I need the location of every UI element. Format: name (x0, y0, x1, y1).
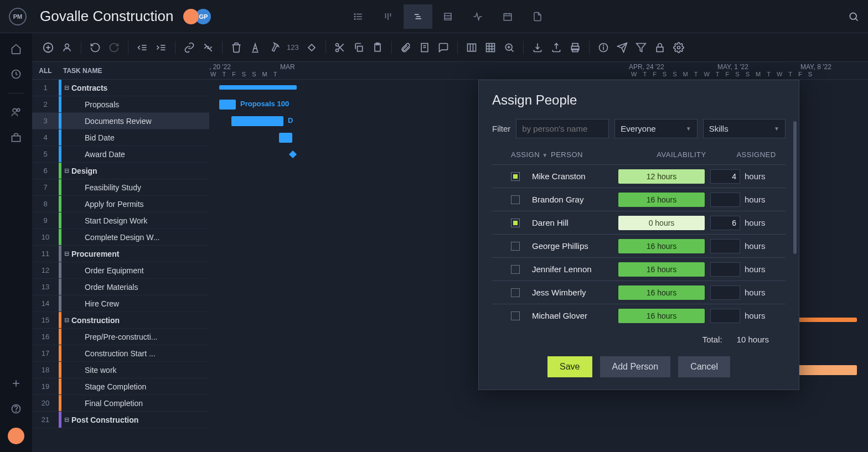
task-row[interactable]: 14 Hire Crew (32, 295, 209, 312)
task-row[interactable]: 20 Final Completion (32, 395, 209, 412)
task-row[interactable]: 12 Order Equipment (32, 262, 209, 279)
view-calendar-icon[interactable] (493, 4, 522, 29)
import-icon[interactable] (529, 39, 546, 56)
assign-person-icon[interactable] (59, 39, 75, 56)
col-availability[interactable]: AVAILABILITY (637, 150, 726, 159)
task-row[interactable]: 9 Start Design Work (32, 212, 209, 229)
task-row[interactable]: 15 ⊟ Construction (32, 312, 209, 329)
columns-icon[interactable] (463, 39, 480, 56)
info-icon[interactable] (595, 39, 612, 56)
clear-format-icon[interactable] (266, 39, 282, 56)
view-files-icon[interactable] (523, 4, 552, 29)
add-task-icon[interactable] (40, 39, 56, 56)
text-color-icon[interactable] (247, 39, 264, 56)
search-icon[interactable] (848, 11, 859, 22)
col-person[interactable]: PERSON (551, 150, 637, 159)
task-row[interactable]: 21 ⊟ Post Construction (32, 412, 209, 428)
assign-checkbox[interactable] (511, 265, 520, 274)
save-button[interactable]: Save (547, 356, 592, 377)
gantt-bar-bid[interactable] (279, 133, 292, 143)
hours-input[interactable] (710, 193, 740, 207)
note-icon[interactable] (416, 39, 433, 56)
modal-scrollbar[interactable] (793, 121, 797, 298)
comment-icon[interactable] (435, 39, 452, 56)
filter-skills-select[interactable]: Skills▼ (703, 119, 786, 138)
outdent-icon[interactable] (134, 39, 151, 56)
expand-toggle[interactable]: ⊟ (61, 84, 71, 91)
grid-icon[interactable] (482, 39, 499, 56)
assign-checkbox[interactable] (511, 219, 520, 227)
avatar-user-1[interactable] (183, 9, 199, 24)
hours-input[interactable] (710, 216, 740, 230)
assign-checkbox[interactable] (511, 242, 520, 251)
assign-checkbox[interactable] (511, 195, 520, 204)
number-format-label[interactable]: 123 (285, 43, 301, 51)
expand-toggle[interactable]: ⊟ (61, 316, 71, 324)
undo-icon[interactable] (87, 39, 104, 56)
export-icon[interactable] (548, 39, 565, 56)
task-row[interactable]: 19 Stage Completion (32, 378, 209, 395)
view-activity-icon[interactable] (463, 4, 492, 29)
delete-icon[interactable] (228, 39, 245, 56)
view-list-icon[interactable] (344, 4, 373, 29)
view-board-icon[interactable] (374, 4, 402, 29)
assign-checkbox[interactable] (511, 311, 520, 320)
home-icon[interactable] (9, 42, 23, 55)
column-task-name[interactable]: TASK NAME (59, 67, 102, 75)
app-logo[interactable]: PM (9, 8, 27, 25)
unlink-icon[interactable] (200, 39, 216, 56)
paste-icon[interactable] (369, 39, 386, 56)
clock-icon[interactable] (9, 67, 23, 81)
send-icon[interactable] (614, 39, 631, 56)
help-icon[interactable] (9, 402, 23, 415)
expand-toggle[interactable]: ⊟ (61, 416, 71, 423)
attach-icon[interactable] (397, 39, 414, 56)
indent-icon[interactable] (153, 39, 169, 56)
briefcase-icon[interactable] (9, 131, 23, 144)
gantt-bar-proposals[interactable] (219, 100, 236, 110)
add-icon[interactable] (9, 377, 23, 390)
cut-icon[interactable] (332, 39, 348, 56)
task-row[interactable]: 13 Order Materials (32, 279, 209, 295)
milestone-icon[interactable] (303, 39, 320, 56)
hours-input[interactable] (710, 285, 740, 300)
column-all[interactable]: ALL (32, 67, 59, 75)
milestone-marker-icon[interactable] (288, 149, 298, 159)
view-gantt-icon[interactable] (404, 4, 432, 29)
task-row[interactable]: 2 Proposals (32, 96, 209, 113)
task-row[interactable]: 5 Award Date (32, 146, 209, 163)
task-row[interactable]: 17 Construction Start ... (32, 345, 209, 362)
task-row[interactable]: 6 ⊟ Design (32, 163, 209, 179)
add-person-button[interactable]: Add Person (600, 356, 671, 377)
task-row[interactable]: 3 Documents Review (32, 113, 209, 129)
gantt-bar-contracts[interactable] (219, 85, 297, 90)
task-row[interactable]: 11 ⊟ Procurement (32, 246, 209, 262)
copy-icon[interactable] (350, 39, 367, 56)
filter-everyone-select[interactable]: Everyone▼ (614, 119, 697, 138)
hours-input[interactable] (710, 169, 740, 184)
view-sheet-icon[interactable] (433, 4, 462, 29)
settings-icon[interactable] (670, 39, 687, 56)
task-row[interactable]: 7 Feasibility Study (32, 179, 209, 196)
hours-input[interactable] (710, 239, 740, 253)
expand-toggle[interactable]: ⊟ (61, 167, 71, 174)
task-row[interactable]: 4 Bid Date (32, 129, 209, 146)
lock-icon[interactable] (652, 39, 668, 56)
task-row[interactable]: 16 Prep/Pre-constructi... (32, 329, 209, 345)
current-user-avatar[interactable] (8, 428, 24, 444)
hours-input[interactable] (710, 309, 740, 323)
task-row[interactable]: 1 ⊟ Contracts (32, 80, 209, 96)
zoom-icon[interactable] (501, 39, 518, 56)
task-row[interactable]: 10 Complete Design W... (32, 229, 209, 246)
redo-icon[interactable] (106, 39, 122, 56)
col-assign[interactable]: ASSIGN (511, 150, 540, 159)
task-row[interactable]: 18 Site work (32, 362, 209, 378)
filter-icon[interactable] (633, 39, 649, 56)
task-row[interactable]: 8 Apply for Permits (32, 196, 209, 212)
filter-name-input[interactable] (516, 119, 609, 138)
expand-toggle[interactable]: ⊟ (61, 250, 71, 257)
hours-input[interactable] (710, 262, 740, 277)
cancel-button[interactable]: Cancel (678, 356, 730, 377)
print-icon[interactable] (567, 39, 583, 56)
col-assigned[interactable]: ASSIGNED (726, 150, 781, 159)
